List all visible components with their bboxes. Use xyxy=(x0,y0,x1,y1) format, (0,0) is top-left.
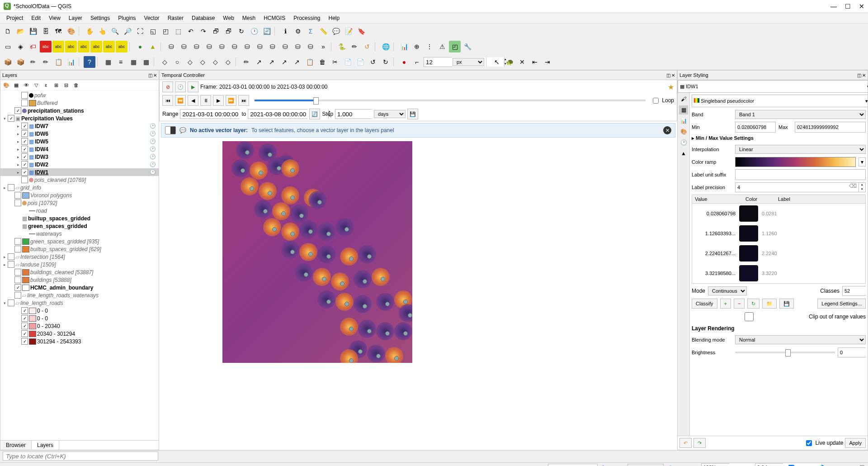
tc-forward-icon[interactable]: ▶ xyxy=(213,95,224,106)
zoom-out-icon[interactable]: 🔎 xyxy=(122,25,133,37)
tc-loop-check[interactable] xyxy=(653,98,659,104)
edit4-icon[interactable]: ✏ xyxy=(40,56,52,68)
layer-row[interactable]: ▸✓▦IDW2🕐 xyxy=(0,161,159,168)
layer-row[interactable]: ✓HCMC_admin_boundary xyxy=(0,284,159,291)
layer-checkbox[interactable] xyxy=(8,253,14,260)
layer-checkbox[interactable]: ✓ xyxy=(21,138,28,145)
spinner-value[interactable]: ▴▾ xyxy=(424,57,452,67)
save-ramp-icon[interactable]: 💾 xyxy=(779,299,794,309)
mag-input[interactable]: ▴▾ xyxy=(701,463,729,466)
dots-icon[interactable]: ⋮ xyxy=(424,41,435,52)
layer-checkbox[interactable]: ✓ xyxy=(21,323,28,329)
tc-fixed-icon[interactable]: 🕐 xyxy=(175,81,186,92)
layer-row[interactable]: ✓precipitation_stations xyxy=(0,107,159,114)
save-as-icon[interactable]: 🗄 xyxy=(40,25,52,37)
tc-back-icon[interactable]: ◀ xyxy=(188,95,198,106)
layers-tree[interactable]: pofwBuffered✓precipitation_stations▾✓▣Pe… xyxy=(0,90,159,440)
statistics-icon[interactable]: Σ xyxy=(305,25,316,37)
undo-style-icon[interactable]: ↶ xyxy=(679,438,692,448)
temporal-icon[interactable]: 🕐 xyxy=(248,25,260,37)
layer-checkbox[interactable] xyxy=(14,192,21,199)
clip-check[interactable] xyxy=(693,312,805,321)
more-icon[interactable]: » xyxy=(317,41,329,52)
layer-row[interactable]: ▾▱line_length_roads xyxy=(0,299,159,307)
v3-icon[interactable]: ◇ xyxy=(184,56,196,68)
legend-settings-button[interactable]: Legend Settings... xyxy=(817,299,866,309)
layer-checkbox[interactable]: ✓ xyxy=(21,169,28,176)
menu-database[interactable]: Database xyxy=(188,14,218,22)
layer-checkbox[interactable] xyxy=(14,292,21,299)
menu-layer[interactable]: Layer xyxy=(65,14,86,22)
layer-row[interactable]: road xyxy=(0,207,159,214)
d1-icon[interactable]: ✏ xyxy=(241,56,252,68)
max-input[interactable] xyxy=(795,122,866,133)
layer-checkbox[interactable] xyxy=(21,100,28,106)
d12-icon[interactable]: ↻ xyxy=(380,56,392,68)
layer-checkbox[interactable]: ✓ xyxy=(14,284,21,291)
db8-icon[interactable]: ⛁ xyxy=(254,41,266,52)
tab-layers[interactable]: Layers xyxy=(32,441,59,450)
new-project-icon[interactable]: 🗋 xyxy=(2,25,14,37)
zoom-full-icon[interactable]: ⛶ xyxy=(134,25,146,37)
d11-icon[interactable]: ↺ xyxy=(367,56,379,68)
layer-row[interactable]: ▱line_length_roads_waterways xyxy=(0,291,159,299)
db3-icon[interactable]: ⛁ xyxy=(191,41,203,52)
spinner-unit[interactable]: px xyxy=(453,58,484,66)
v4-icon[interactable]: ◇ xyxy=(197,56,208,68)
layer-row[interactable]: ✓0 - 0 xyxy=(0,314,159,322)
layout-icon[interactable]: 🗺 xyxy=(52,25,64,37)
label-y2-icon[interactable]: abc xyxy=(65,41,77,52)
venn-icon[interactable]: ⊕ xyxy=(411,41,423,52)
reload-icon[interactable]: ↻ xyxy=(747,299,760,309)
maptips-icon[interactable]: 💬 xyxy=(330,25,342,37)
map-canvas[interactable]: 💬 No active vector layer: To select feat… xyxy=(159,121,677,450)
d8-icon[interactable]: ✂ xyxy=(329,56,341,68)
tc-play-icon[interactable]: ▶ xyxy=(188,81,198,92)
brightness-slider[interactable] xyxy=(735,352,835,353)
globe-icon[interactable]: ● xyxy=(134,41,146,52)
select-icon[interactable]: ▭ xyxy=(2,41,14,52)
layer-row[interactable]: ▸▱Intersection [1564] xyxy=(0,253,159,261)
min-input[interactable] xyxy=(735,122,776,133)
edit2-icon[interactable]: 📦 xyxy=(14,56,26,68)
edit6-icon[interactable]: 📊 xyxy=(65,56,77,68)
menu-settings[interactable]: Settings xyxy=(87,14,113,22)
close-panel-icon[interactable]: ✕ xyxy=(862,73,866,78)
nav-symbology-icon[interactable]: 🖌 xyxy=(679,95,688,104)
layer-checkbox[interactable] xyxy=(14,238,21,245)
d7-icon[interactable]: 🗑 xyxy=(316,56,328,68)
maximize-button[interactable]: ☐ xyxy=(845,3,851,10)
close-panel-icon[interactable]: ✕ xyxy=(671,73,675,78)
layer-row[interactable]: ✓0 - 20340 xyxy=(0,322,159,330)
scale-select[interactable]: 1:644822 xyxy=(627,464,664,466)
label-y4-icon[interactable]: abc xyxy=(90,41,102,52)
edit1-icon[interactable]: 📦 xyxy=(2,56,14,68)
chart-icon[interactable]: 📊 xyxy=(398,41,410,52)
v5-icon[interactable]: ◇ xyxy=(209,56,221,68)
color-table-row[interactable]: 3.32198580...3.3220 xyxy=(692,263,865,283)
layer-row[interactable]: buildings_cleaned [53887] xyxy=(0,268,159,276)
db2-icon[interactable]: ⛁ xyxy=(178,41,190,52)
nav-pyramids-icon[interactable]: ▲ xyxy=(679,149,688,158)
minimize-button[interactable]: — xyxy=(830,3,837,10)
style-manager-icon[interactable]: 🎨 xyxy=(65,25,77,37)
layer-row[interactable]: ▸✓▦IDW3🕐 xyxy=(0,153,159,161)
layer-checkbox[interactable]: ✓ xyxy=(21,146,28,152)
add-class-icon[interactable]: + xyxy=(720,299,731,309)
classes-input[interactable]: ▴▾ xyxy=(842,286,866,296)
styling-layer-select[interactable]: ▦ IDW1▾ xyxy=(678,80,868,93)
folder-icon[interactable]: 📁 xyxy=(762,299,777,309)
zoom-last-icon[interactable]: ↶ xyxy=(185,25,197,37)
menu-mesh[interactable]: Mesh xyxy=(239,14,259,22)
filter-layer-icon[interactable]: ▽ xyxy=(32,81,40,89)
d3-icon[interactable]: ↗ xyxy=(266,56,278,68)
label-y6-icon[interactable]: abc xyxy=(116,41,127,52)
tc-range-to[interactable]: ▴▾ xyxy=(248,109,307,119)
db9-icon[interactable]: ⛁ xyxy=(267,41,278,52)
dock-icon[interactable]: ◫ xyxy=(148,73,152,78)
tc-star-icon[interactable]: ★ xyxy=(668,83,674,91)
dock-icon[interactable]: ◫ xyxy=(666,73,670,78)
d4-icon[interactable]: ↗ xyxy=(278,56,290,68)
nav-transparency-icon[interactable]: ▦ xyxy=(679,105,688,114)
expand-icon[interactable]: ⊞ xyxy=(52,81,60,89)
